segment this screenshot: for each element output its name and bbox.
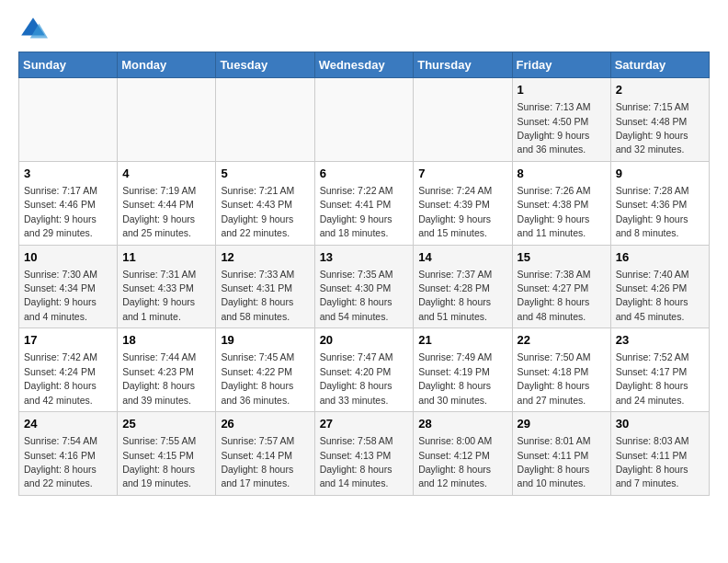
day-number: 18 [122,332,210,349]
day-info: Sunrise: 8:01 AM Sunset: 4:11 PM Dayligh… [518,435,591,488]
calendar-cell: 5Sunrise: 7:21 AM Sunset: 4:43 PM Daylig… [216,161,314,245]
day-info: Sunrise: 7:42 AM Sunset: 4:24 PM Dayligh… [24,351,97,405]
calendar-cell: 22Sunrise: 7:50 AM Sunset: 4:18 PM Dayli… [512,328,610,412]
calendar-cell [216,78,314,162]
calendar-cell: 27Sunrise: 7:58 AM Sunset: 4:13 PM Dayli… [314,412,414,496]
day-info: Sunrise: 8:00 AM Sunset: 4:12 PM Dayligh… [418,435,492,488]
day-info: Sunrise: 7:31 AM Sunset: 4:33 PM Dayligh… [122,269,196,322]
weekday-header: Wednesday [314,52,414,78]
calendar-cell: 12Sunrise: 7:33 AM Sunset: 4:31 PM Dayli… [216,245,314,328]
weekday-header: Sunday [19,52,118,78]
day-number: 7 [418,166,506,182]
day-number: 3 [24,166,112,182]
day-info: Sunrise: 7:52 AM Sunset: 4:17 PM Dayligh… [616,351,689,405]
day-info: Sunrise: 7:17 AM Sunset: 4:46 PM Dayligh… [24,185,97,238]
logo-icon [18,15,48,44]
calendar-week-row: 24Sunrise: 7:54 AM Sunset: 4:16 PM Dayli… [19,412,710,496]
day-number: 21 [418,332,506,349]
day-info: Sunrise: 7:22 AM Sunset: 4:41 PM Dayligh… [320,185,393,238]
calendar-cell [414,78,512,162]
calendar-cell: 14Sunrise: 7:37 AM Sunset: 4:28 PM Dayli… [414,245,512,328]
day-number: 1 [518,82,606,98]
calendar-cell: 20Sunrise: 7:47 AM Sunset: 4:20 PM Dayli… [314,328,414,412]
day-number: 25 [122,416,210,432]
day-number: 19 [221,332,309,349]
calendar-cell: 6Sunrise: 7:22 AM Sunset: 4:41 PM Daylig… [314,161,414,245]
day-number: 12 [221,249,309,266]
day-number: 30 [616,416,704,432]
weekday-header: Saturday [610,52,709,78]
calendar-week-row: 10Sunrise: 7:30 AM Sunset: 4:34 PM Dayli… [19,245,710,328]
calendar-cell [118,78,216,162]
page-header [18,15,710,44]
weekday-header: Tuesday [216,52,314,78]
calendar-cell: 26Sunrise: 7:57 AM Sunset: 4:14 PM Dayli… [216,412,314,496]
day-number: 15 [518,249,606,266]
calendar-body: 1Sunrise: 7:13 AM Sunset: 4:50 PM Daylig… [19,78,710,496]
calendar-cell: 30Sunrise: 8:03 AM Sunset: 4:11 PM Dayli… [610,412,709,496]
calendar-cell [314,78,414,162]
day-info: Sunrise: 7:35 AM Sunset: 4:30 PM Dayligh… [320,269,393,322]
calendar-cell: 21Sunrise: 7:49 AM Sunset: 4:19 PM Dayli… [414,328,512,412]
day-info: Sunrise: 7:21 AM Sunset: 4:43 PM Dayligh… [221,185,294,238]
day-number: 8 [518,166,606,182]
calendar-cell: 28Sunrise: 8:00 AM Sunset: 4:12 PM Dayli… [414,412,512,496]
day-number: 4 [122,166,210,182]
day-info: Sunrise: 7:47 AM Sunset: 4:20 PM Dayligh… [320,351,393,405]
day-info: Sunrise: 7:50 AM Sunset: 4:18 PM Dayligh… [518,351,591,405]
day-info: Sunrise: 7:54 AM Sunset: 4:16 PM Dayligh… [24,435,97,488]
calendar-cell: 2Sunrise: 7:15 AM Sunset: 4:48 PM Daylig… [610,78,709,162]
day-info: Sunrise: 7:57 AM Sunset: 4:14 PM Dayligh… [221,435,294,488]
day-info: Sunrise: 7:28 AM Sunset: 4:36 PM Dayligh… [616,185,689,238]
calendar-cell: 11Sunrise: 7:31 AM Sunset: 4:33 PM Dayli… [118,245,216,328]
calendar-cell: 19Sunrise: 7:45 AM Sunset: 4:22 PM Dayli… [216,328,314,412]
day-info: Sunrise: 7:49 AM Sunset: 4:19 PM Dayligh… [418,351,492,405]
day-number: 20 [320,332,409,349]
day-number: 6 [320,166,409,182]
calendar-cell: 15Sunrise: 7:38 AM Sunset: 4:27 PM Dayli… [512,245,610,328]
day-number: 9 [616,166,704,182]
calendar-cell: 18Sunrise: 7:44 AM Sunset: 4:23 PM Dayli… [118,328,216,412]
day-info: Sunrise: 7:19 AM Sunset: 4:44 PM Dayligh… [122,185,196,238]
day-number: 14 [418,249,506,266]
day-number: 17 [24,332,112,349]
day-number: 28 [418,416,506,432]
day-info: Sunrise: 7:58 AM Sunset: 4:13 PM Dayligh… [320,435,393,488]
calendar-cell [19,78,118,162]
day-info: Sunrise: 7:15 AM Sunset: 4:48 PM Dayligh… [616,101,689,155]
day-number: 23 [616,332,704,349]
calendar-cell: 1Sunrise: 7:13 AM Sunset: 4:50 PM Daylig… [512,78,610,162]
day-info: Sunrise: 7:38 AM Sunset: 4:27 PM Dayligh… [518,269,591,322]
calendar-cell: 25Sunrise: 7:55 AM Sunset: 4:15 PM Dayli… [118,412,216,496]
day-info: Sunrise: 7:45 AM Sunset: 4:22 PM Dayligh… [221,351,294,405]
calendar-header: SundayMondayTuesdayWednesdayThursdayFrid… [19,52,710,78]
day-number: 10 [24,249,112,266]
day-number: 22 [518,332,606,349]
day-info: Sunrise: 7:55 AM Sunset: 4:15 PM Dayligh… [122,435,196,488]
calendar-week-row: 1Sunrise: 7:13 AM Sunset: 4:50 PM Daylig… [19,78,710,162]
day-number: 29 [518,416,606,432]
weekday-header: Thursday [414,52,512,78]
day-number: 16 [616,249,704,266]
calendar-week-row: 3Sunrise: 7:17 AM Sunset: 4:46 PM Daylig… [19,161,710,245]
day-info: Sunrise: 7:13 AM Sunset: 4:50 PM Dayligh… [518,101,591,155]
day-number: 2 [616,82,704,98]
calendar-cell: 9Sunrise: 7:28 AM Sunset: 4:36 PM Daylig… [610,161,709,245]
calendar-table: SundayMondayTuesdayWednesdayThursdayFrid… [18,52,710,496]
calendar-cell: 4Sunrise: 7:19 AM Sunset: 4:44 PM Daylig… [118,161,216,245]
calendar-cell: 7Sunrise: 7:24 AM Sunset: 4:39 PM Daylig… [414,161,512,245]
calendar-cell: 10Sunrise: 7:30 AM Sunset: 4:34 PM Dayli… [19,245,118,328]
day-number: 27 [320,416,409,432]
day-info: Sunrise: 7:40 AM Sunset: 4:26 PM Dayligh… [616,269,689,322]
logo [18,15,51,44]
weekday-row: SundayMondayTuesdayWednesdayThursdayFrid… [19,52,710,78]
day-info: Sunrise: 7:44 AM Sunset: 4:23 PM Dayligh… [122,351,196,405]
day-info: Sunrise: 7:37 AM Sunset: 4:28 PM Dayligh… [418,269,492,322]
calendar-cell: 3Sunrise: 7:17 AM Sunset: 4:46 PM Daylig… [19,161,118,245]
day-info: Sunrise: 7:33 AM Sunset: 4:31 PM Dayligh… [221,269,294,322]
calendar-cell: 13Sunrise: 7:35 AM Sunset: 4:30 PM Dayli… [314,245,414,328]
calendar-week-row: 17Sunrise: 7:42 AM Sunset: 4:24 PM Dayli… [19,328,710,412]
calendar-cell: 17Sunrise: 7:42 AM Sunset: 4:24 PM Dayli… [19,328,118,412]
day-number: 11 [122,249,210,266]
day-number: 5 [221,166,309,182]
